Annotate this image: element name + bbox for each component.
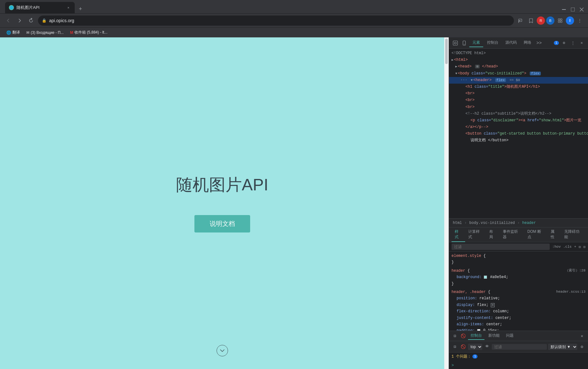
dom-body[interactable]: ▼<body class="vsc-initialized"> flex [449,70,588,77]
profile-icon[interactable]: I [566,16,574,25]
filter-pseudo-icon2[interactable]: ⊡ [583,245,585,249]
console-stop-icon[interactable]: 🚫 [460,343,467,350]
prop-align-items: align-items: center; [452,321,585,328]
devtools-more-tabs[interactable]: >> [535,41,543,46]
dom-p-close[interactable]: </a></p--> [449,124,588,130]
console-prompt[interactable]: > [449,362,588,369]
styles-subtab-properties[interactable]: 属性 [547,227,561,242]
console-close-icon[interactable]: ✕ [579,333,585,340]
svg-rect-9 [560,21,562,22]
filter-pseudo-icon1[interactable]: ⊡ [579,245,581,249]
dom-doctype-text: <!DOCTYPE html> [452,51,486,55]
color-swatch-a0e5e4[interactable] [484,276,487,279]
styles-filter-input[interactable] [452,244,550,250]
styles-subtab-dom-breakpoints[interactable]: DOM 断点 [524,227,547,242]
svg-rect-10 [453,41,458,45]
extension-red-icon[interactable]: R [537,16,545,25]
minimize-button[interactable] [560,6,568,13]
breadcrumb-body[interactable]: body.vsc-initialized [468,220,516,226]
dom-comment-h2[interactable]: <!--h2 class="subtitle">说明文档</h2--> [449,111,588,117]
devtools-tab-sources[interactable]: 源代码 [502,39,520,47]
styles-panel: 样式 计算样式 布局 事件监听器 DOM 断点 属性 无障碍功能 :hov .c… [449,227,588,331]
console-record-icon[interactable]: ⊡ [452,343,458,350]
extension-blue-icon[interactable]: B [546,16,554,25]
cast-icon[interactable] [516,16,525,25]
devtools-device-icon[interactable] [460,39,468,47]
console-block-icon[interactable]: 🚫 [460,333,467,340]
active-tab[interactable]: 🌐 随机图片API × [5,2,75,13]
scrollbar-thumb[interactable] [445,39,448,64]
dom-br2[interactable]: <br> [449,97,588,104]
dom-button[interactable]: <button class="get-started button button… [449,130,588,137]
dom-doctype[interactable]: <!DOCTYPE html> [449,50,588,57]
style-rule-header-header: header, .header { header.scss:13 positio… [452,289,585,331]
prop-flex-direction: flex-direction: column; [452,308,585,315]
breadcrumb-header[interactable]: header [521,220,537,226]
devtools-tab-console[interactable]: 控制台 [484,39,502,47]
bookmark-inbox2-icon: M [70,30,73,35]
devtools-settings-icon[interactable]: ⚙ [560,39,568,47]
dom-h1[interactable]: <h1 class="title">随机图片API</h1> [449,84,588,90]
webpage: 随机图片API 说明文档 [0,37,444,369]
styles-subtab-computed[interactable]: 计算样式 [465,227,486,242]
styles-subtab-accessibility[interactable]: 无障碍功能 [561,227,586,242]
styles-subtab-styles[interactable]: 样式 [452,227,465,242]
extensions-icon[interactable] [556,16,565,25]
scroll-down-indicator [217,345,228,356]
svg-rect-7 [560,19,562,20]
forward-button[interactable] [15,16,24,25]
devtools-close-button[interactable]: ✕ [578,39,585,47]
refresh-button[interactable] [27,16,35,25]
filter-pseudo-cls[interactable]: .cls [563,245,572,249]
close-button[interactable] [578,6,585,13]
console-clear-icon[interactable]: ⊡ [452,333,458,340]
scrollbar-track[interactable] [444,37,449,369]
dom-p[interactable]: <p class="disclaimer"><a href="show.html… [449,117,588,124]
dom-br3[interactable]: <br> [449,104,588,111]
console-area: ⊡ 🚫 控制台 新功能 问题 ✕ ⊡ 🚫 top 👁 [449,331,588,369]
console-tab-console[interactable]: 控制台 [468,332,484,340]
maximize-button[interactable] [569,6,577,13]
breadcrumb-html[interactable]: html [452,220,463,226]
prop-padding: padding: 0 15px; [452,328,585,331]
console-eye-icon[interactable]: 👁 [484,343,490,350]
browser-window: 🌐 随机图片API × + [0,0,588,369]
devtools-tab-network[interactable]: 网络 [521,39,534,47]
devtools-inspect-icon[interactable] [452,39,459,47]
address-bar[interactable]: 🔒 api.opics.org [38,16,514,26]
console-tab-issues[interactable]: 问题 [503,332,516,340]
dom-head[interactable]: ▶<head> ⊞ </head> [449,63,588,70]
tab-close-button[interactable]: × [66,5,71,10]
filter-pseudo-add[interactable]: + [574,245,576,249]
dom-header[interactable]: ··· ▼<header> flex == $0 [449,77,588,84]
devtools-more-icon[interactable]: ⋮ [569,39,577,47]
new-tab-button[interactable]: + [76,4,85,13]
console-tab-new[interactable]: 新功能 [486,332,502,340]
bookmark-inbox2[interactable]: M 收件箱 (5,884) - lt... [67,29,110,36]
content-area: 随机图片API 说明文档 元素 控制台 [0,37,588,369]
styles-content: element.style { } header { （索引）:28 [449,251,588,331]
console-settings-icon[interactable]: ⚙ [579,343,585,350]
console-top-select[interactable]: top [468,344,482,350]
svg-point-13 [464,44,465,45]
svg-rect-0 [562,9,566,10]
bookmark-translate[interactable]: 🌐 翻译 [4,29,22,36]
dom-html[interactable]: ▶<html> [449,57,588,63]
styles-subtab-layout[interactable]: 布局 [486,227,500,242]
back-button[interactable] [4,16,13,25]
dom-br1[interactable]: <br> [449,90,588,97]
prop-display: display: flex; ⊞ [452,302,585,308]
doc-button[interactable]: 说明文档 [194,215,250,232]
styles-subtabs: 样式 计算样式 布局 事件监听器 DOM 断点 属性 无障碍功能 [449,227,588,242]
devtools-tab-elements[interactable]: 元素 [469,39,483,47]
style-rule-element: element.style { } [452,253,585,266]
filter-pseudo-hov[interactable]: :hov [552,245,560,249]
bookmark-icon[interactable] [527,16,535,25]
console-level-select[interactable]: 默认级别 ▼ [548,344,577,350]
menu-icon[interactable]: ⋮ [575,16,584,25]
styles-subtab-event-listeners[interactable]: 事件监听器 [500,227,524,242]
console-filter-input[interactable] [492,344,547,350]
dom-button-text[interactable]: 说明文档 </button> [449,137,588,144]
bookmark-inbox1[interactable]: ✉ (3) Входящие - П... [24,30,66,35]
bookmark-inbox1-label: (3) Входящие - П... [31,30,64,35]
